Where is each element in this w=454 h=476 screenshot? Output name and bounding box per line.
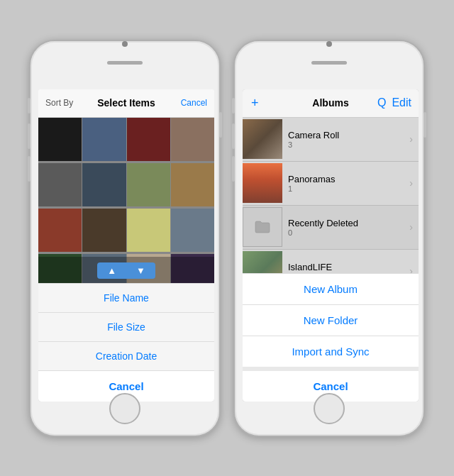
recently-deleted-thumb <box>243 207 282 247</box>
panoramas-chevron: › <box>409 177 413 189</box>
volume-up-button-2 <box>232 123 235 149</box>
photo-cell-2[interactable] <box>82 118 126 161</box>
sort-menu: File Name File Size Creation Date <box>38 283 214 371</box>
sort-ascending-button[interactable]: ▲ <box>97 262 126 279</box>
photo-cell-3[interactable] <box>127 118 170 161</box>
sort-arrows-container: ▲ ▼ <box>38 257 214 283</box>
album-actions-list: New Album New Folder Import and Sync <box>243 273 419 367</box>
edit-button[interactable]: Edit <box>392 96 411 109</box>
mute-button-2 <box>232 98 235 114</box>
volume-down-button <box>28 156 31 182</box>
album-item-panoramas[interactable]: Panoramas 1 › <box>243 162 419 206</box>
sort-popup-overlay: ▲ ▼ File Name File Size Creation Date Ca… <box>38 257 214 402</box>
phone-2: + Albums Q Edit Camera Roll 3 › <box>233 40 425 437</box>
camera-roll-thumb <box>243 119 282 159</box>
select-items-navbar: Sort By Select Items Cancel <box>38 89 214 118</box>
album-action-popup: New Album New Folder Import and Sync Can… <box>243 273 419 402</box>
new-album-button[interactable]: New Album <box>243 274 419 305</box>
mute-button <box>28 98 31 114</box>
folder-icon <box>255 220 270 234</box>
camera-roll-chevron: › <box>409 133 413 145</box>
import-and-sync-button[interactable]: Import and Sync <box>243 336 419 367</box>
recently-deleted-count: 0 <box>288 228 409 237</box>
select-items-title: Select Items <box>97 97 155 109</box>
sort-by-creationdate[interactable]: Creation Date <box>38 342 214 371</box>
new-folder-button[interactable]: New Folder <box>243 305 419 336</box>
phone-1: Sort By Select Items Cancel <box>29 40 221 437</box>
albums-nav-icons: Q Edit <box>377 96 411 109</box>
photo-cell-10[interactable] <box>82 209 126 252</box>
photo-cell-8[interactable] <box>171 163 214 206</box>
sort-descending-button[interactable]: ▼ <box>126 262 155 279</box>
volume-down-button-2 <box>232 156 235 182</box>
recently-deleted-name: Recently Deleted <box>288 218 409 228</box>
panoramas-count: 1 <box>288 184 409 193</box>
speaker-bar <box>107 61 143 65</box>
panoramas-info: Panoramas 1 <box>288 174 409 193</box>
camera-dot <box>122 41 128 47</box>
cancel-nav-button[interactable]: Cancel <box>179 98 209 108</box>
album-item-recently-deleted[interactable]: Recently Deleted 0 › <box>243 206 419 250</box>
photo-cell-12[interactable] <box>171 209 214 252</box>
power-button-2 <box>423 112 426 138</box>
sort-by-filesize[interactable]: File Size <box>38 313 214 342</box>
panoramas-name: Panoramas <box>288 174 409 184</box>
power-button <box>219 112 222 138</box>
photo-cell-9[interactable] <box>38 209 82 252</box>
add-album-button[interactable]: + <box>250 96 260 111</box>
recently-deleted-info: Recently Deleted 0 <box>288 218 409 237</box>
sort-by-filename[interactable]: File Name <box>38 284 214 313</box>
speaker-bar-2 <box>311 61 347 65</box>
volume-up-button <box>28 123 31 149</box>
home-button-2[interactable] <box>314 393 345 424</box>
photo-cell-7[interactable] <box>127 163 170 206</box>
sort-by-button[interactable]: Sort By <box>44 98 74 108</box>
photo-cell-11[interactable] <box>127 209 170 252</box>
albums-navbar: + Albums Q Edit <box>243 89 419 118</box>
camera-roll-count: 3 <box>288 140 409 149</box>
photo-cell-4[interactable] <box>171 118 214 161</box>
recently-deleted-chevron: › <box>409 221 413 233</box>
albums-title: Albums <box>312 97 348 109</box>
home-button-1[interactable] <box>109 393 140 424</box>
photo-cell-6[interactable] <box>82 163 126 206</box>
camera-roll-info: Camera Roll 3 <box>288 130 409 149</box>
photo-cell-1[interactable] <box>38 118 82 161</box>
search-icon[interactable]: Q <box>377 96 386 109</box>
phone-1-screen: Sort By Select Items Cancel <box>38 89 214 402</box>
phone-2-screen: + Albums Q Edit Camera Roll 3 › <box>243 89 419 402</box>
album-item-camera-roll[interactable]: Camera Roll 3 › <box>243 118 419 162</box>
photo-cell-5[interactable] <box>38 163 82 206</box>
phones-container: Sort By Select Items Cancel <box>29 40 425 437</box>
camera-dot-2 <box>326 41 332 47</box>
islandlife-name: IslandLIFE <box>288 262 409 272</box>
camera-roll-name: Camera Roll <box>288 130 409 140</box>
panoramas-thumb <box>243 163 282 203</box>
